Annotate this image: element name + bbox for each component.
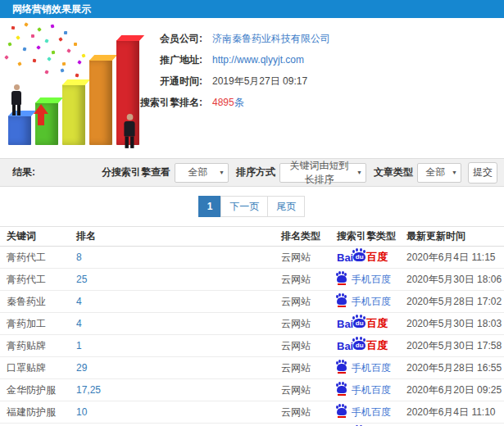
page-title: 网络营销效果展示 [12,3,91,15]
baidu-logo-cn-text: 百度 [366,338,388,353]
page-header: 网络营销效果展示 [0,0,504,18]
filter-bar: 结果: 分搜索引擎查看 全部 ▼ 排序方式 关键词由短到长排序 ▼ 文章类型 全… [0,158,504,187]
promo-url-link[interactable]: http://www.qlyyjt.com [212,54,304,66]
keyword-cell: 膏药贴牌 [0,339,70,353]
pagination-area: 1 下一页 尾页 [0,187,504,226]
baidu-logo-du-text: du [353,342,366,350]
result-label: 结果: [12,165,35,179]
open-time-value: 2019年5月27日 09:17 [212,75,307,88]
mobile-baidu-label: 手机百度 [352,295,391,309]
updated-time-cell: 2020年5月30日 17:58 [400,339,504,353]
keyword-cell: 口罩贴牌 [0,361,70,375]
businessman-figure-left [10,84,23,116]
rank-type-cell: 云网站 [275,251,330,265]
engine-cell: 手机百度 [330,383,400,397]
sort-order-label: 排序方式 [236,165,275,179]
mobile-baidu-icon: 手机百度 [337,383,391,397]
table-body: 膏药代工8云网站Baidu百度2020年6月4日 11:15膏药代工25云网站手… [0,247,504,426]
baidu-paw-icon: du [353,341,366,350]
ranking-table: 关键词 排名 排名类型 搜索引擎类型 最新更新时间 膏药代工8云网站Baidu百… [0,226,504,426]
engine-cell: 手机百度 [330,273,400,287]
next-page-button[interactable]: 下一页 [220,196,268,217]
article-type-select[interactable]: 全部 ▼ [417,163,461,183]
rank-link[interactable]: 17,25 [70,384,275,396]
engine-filter-value: 全部 [182,165,214,179]
updated-time-cell: 2020年5月30日 18:03 [400,317,504,331]
keyword-cell: 膏药代工 [0,251,70,265]
submit-button[interactable]: 提交 [468,162,497,184]
illustration-bar-blue [8,116,31,145]
rank-type-cell: 云网站 [275,317,330,331]
rank-link[interactable]: 8 [70,252,275,263]
chevron-down-icon: ▼ [219,170,225,175]
rank-count-unit: 条 [234,96,244,110]
engine-filter-select[interactable]: 全部 ▼ [175,163,229,183]
businessman-figure-right [122,114,137,148]
baidu-logo-icon: Baidu百度 [337,250,388,265]
baidu-logo-cn-text: 百度 [366,316,388,331]
updated-time-cell: 2020年5月30日 18:06 [400,273,504,287]
illustration-bar-yellow [62,84,85,145]
filter-controls: 分搜索引擎查看 全部 ▼ 排序方式 关键词由短到长排序 ▼ 文章类型 全部 ▼ … [98,162,497,184]
keyword-cell: 秦鲁药业 [0,295,70,309]
updated-time-cell: 2020年6月4日 11:15 [400,251,504,265]
article-type-label: 文章类型 [374,165,413,179]
article-type-value: 全部 [425,165,447,179]
rank-link[interactable]: 29 [70,362,275,374]
baidu-logo-icon: Baidu百度 [337,316,388,331]
updated-time-cell: 2020年5月28日 16:55 [400,361,504,375]
rank-type-cell: 云网站 [275,273,330,287]
mobile-baidu-icon: 手机百度 [337,361,391,375]
page-1-button[interactable]: 1 [198,196,222,217]
company-name-link[interactable]: 济南秦鲁药业科技有限公司 [212,32,330,46]
rank-link[interactable]: 10 [70,406,275,418]
table-row: 口罩贴牌29云网站手机百度2020年5月28日 16:55 [0,357,504,379]
mobile-baidu-label: 手机百度 [352,383,391,397]
last-page-button[interactable]: 尾页 [267,196,305,217]
rank-count-number: 4895 [212,97,234,108]
engine-cell: 手机百度 [330,406,400,419]
chevron-down-icon: ▼ [356,170,362,175]
baidu-logo-du-text: du [353,320,366,328]
company-info-list: 会员公司: 济南秦鲁药业科技有限公司 推广地址: http://www.qlyy… [127,18,504,113]
baidu-paw-icon [337,364,347,371]
baidu-paw-icon: du [353,252,366,261]
keyword-cell: 金华防护服 [0,383,70,397]
pagination: 1 下一页 尾页 [199,196,306,217]
baidu-logo-bai-text: Bai [337,252,353,264]
baidu-logo-icon: Baidu百度 [337,338,388,353]
info-row-url: 推广地址: http://www.qlyyjt.com [127,49,504,70]
col-rank-type: 排名类型 [275,229,330,243]
updated-time-cell: 2020年5月28日 17:02 [400,295,504,309]
mobile-baidu-icon: 手机百度 [337,406,391,419]
keyword-cell: 膏药代工 [0,273,70,287]
baidu-logo-cn-text: 百度 [366,250,388,265]
engine-cell: Baidu百度 [330,316,400,331]
mobile-baidu-icon: 手机百度 [337,273,391,287]
col-rank: 排名 [70,229,275,243]
growth-arrow-icon [34,104,48,114]
table-row: 福建防护服10云网站手机百度2020年6月4日 11:10 [0,401,504,424]
rank-type-cell: 云网站 [275,383,330,397]
table-row: 秦鲁药业4云网站手机百度2020年5月28日 17:02 [0,291,504,313]
sort-order-value: 关键词由短到长排序 [287,159,352,187]
table-row: 膏药加工4云网站Baidu百度2020年5月30日 18:03 [0,313,504,335]
mobile-baidu-label: 手机百度 [352,273,391,287]
mobile-baidu-label: 手机百度 [352,406,391,419]
rank-type-cell: 云网站 [275,295,330,309]
rank-type-cell: 云网站 [275,361,330,375]
table-row: 金华防护服17,25云网站手机百度2020年6月20日 09:25 [0,379,504,401]
engine-filter-label: 分搜索引擎查看 [102,165,170,179]
company-info-panel: 会员公司: 济南秦鲁药业科技有限公司 推广地址: http://www.qlyy… [0,18,504,158]
rank-link[interactable]: 4 [70,296,275,307]
rank-link[interactable]: 4 [70,318,275,329]
keyword-cell: 膏药加工 [0,317,70,331]
baidu-logo-bai-text: Bai [337,318,353,330]
keyword-cell: 福建防护服 [0,406,70,419]
rank-link[interactable]: 1 [70,340,275,351]
rank-link[interactable]: 25 [70,274,275,285]
baidu-paw-icon [337,297,347,305]
sort-order-select[interactable]: 关键词由短到长排序 ▼ [279,163,366,183]
engine-cell: 手机百度 [330,295,400,309]
mobile-baidu-icon: 手机百度 [337,295,391,309]
